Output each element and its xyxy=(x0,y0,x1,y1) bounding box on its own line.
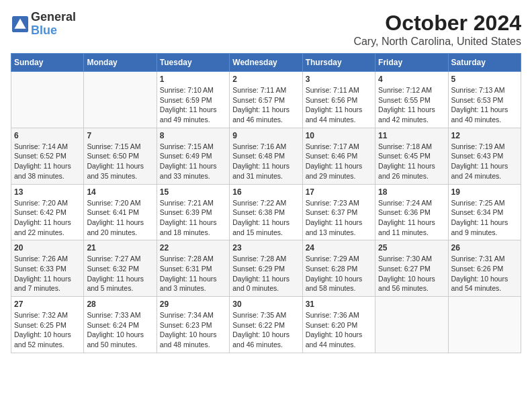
calendar-table: Sunday Monday Tuesday Wednesday Thursday… xyxy=(11,53,521,353)
header-row: Sunday Monday Tuesday Wednesday Thursday… xyxy=(11,54,521,72)
col-tuesday: Tuesday xyxy=(157,54,229,72)
day-info: Sunrise: 7:28 AMSunset: 6:29 PMDaylight:… xyxy=(232,254,299,293)
day-info: Sunrise: 7:20 AMSunset: 6:41 PMDaylight:… xyxy=(87,198,153,238)
day-number: 20 xyxy=(14,243,81,253)
calendar-cell: 16Sunrise: 7:22 AMSunset: 6:38 PMDayligh… xyxy=(230,184,302,240)
col-wednesday: Wednesday xyxy=(230,54,302,72)
calendar-cell: 1Sunrise: 7:10 AMSunset: 6:59 PMDaylight… xyxy=(157,72,229,128)
calendar-week-2: 6Sunrise: 7:14 AMSunset: 6:52 PMDaylight… xyxy=(11,128,521,184)
calendar-cell: 11Sunrise: 7:18 AMSunset: 6:45 PMDayligh… xyxy=(375,128,448,184)
day-number: 4 xyxy=(378,75,445,84)
col-thursday: Thursday xyxy=(302,54,375,72)
day-info: Sunrise: 7:12 AMSunset: 6:55 PMDaylight:… xyxy=(378,85,445,125)
calendar-cell: 24Sunrise: 7:29 AMSunset: 6:28 PMDayligh… xyxy=(302,240,375,297)
day-info: Sunrise: 7:15 AMSunset: 6:49 PMDaylight:… xyxy=(160,142,226,181)
day-info: Sunrise: 7:13 AMSunset: 6:53 PMDaylight:… xyxy=(451,85,518,125)
day-number: 5 xyxy=(451,75,518,84)
day-number: 8 xyxy=(160,131,226,140)
day-info: Sunrise: 7:32 AMSunset: 6:25 PMDaylight:… xyxy=(14,310,81,350)
col-saturday: Saturday xyxy=(448,54,521,72)
calendar-cell: 20Sunrise: 7:26 AMSunset: 6:33 PMDayligh… xyxy=(11,240,84,297)
day-number: 17 xyxy=(306,187,372,197)
day-info: Sunrise: 7:26 AMSunset: 6:33 PMDaylight:… xyxy=(14,254,81,293)
day-number: 3 xyxy=(306,75,372,84)
calendar-cell: 14Sunrise: 7:20 AMSunset: 6:41 PMDayligh… xyxy=(84,184,157,240)
day-number: 2 xyxy=(232,75,299,84)
day-info: Sunrise: 7:29 AMSunset: 6:28 PMDaylight:… xyxy=(306,254,372,293)
calendar-cell: 13Sunrise: 7:20 AMSunset: 6:42 PMDayligh… xyxy=(11,184,84,240)
day-number: 14 xyxy=(87,187,153,197)
calendar-cell: 2Sunrise: 7:11 AMSunset: 6:57 PMDaylight… xyxy=(230,72,302,128)
day-info: Sunrise: 7:16 AMSunset: 6:48 PMDaylight:… xyxy=(232,142,299,181)
calendar-cell xyxy=(448,297,521,353)
calendar-cell: 15Sunrise: 7:21 AMSunset: 6:39 PMDayligh… xyxy=(157,184,229,240)
calendar-week-5: 27Sunrise: 7:32 AMSunset: 6:25 PMDayligh… xyxy=(11,297,521,353)
day-number: 18 xyxy=(378,187,445,197)
calendar-cell: 5Sunrise: 7:13 AMSunset: 6:53 PMDaylight… xyxy=(448,72,521,128)
day-info: Sunrise: 7:15 AMSunset: 6:50 PMDaylight:… xyxy=(87,142,153,181)
page-title: October 2024 xyxy=(353,11,521,36)
day-info: Sunrise: 7:34 AMSunset: 6:23 PMDaylight:… xyxy=(160,310,226,350)
title-block: October 2024 Cary, North Carolina, Unite… xyxy=(353,11,521,48)
day-info: Sunrise: 7:35 AMSunset: 6:22 PMDaylight:… xyxy=(232,310,299,350)
day-number: 10 xyxy=(306,131,372,140)
day-info: Sunrise: 7:25 AMSunset: 6:34 PMDaylight:… xyxy=(451,198,518,238)
calendar-cell: 23Sunrise: 7:28 AMSunset: 6:29 PMDayligh… xyxy=(230,240,302,297)
day-info: Sunrise: 7:28 AMSunset: 6:31 PMDaylight:… xyxy=(160,254,226,293)
day-number: 19 xyxy=(451,187,518,197)
calendar-cell: 29Sunrise: 7:34 AMSunset: 6:23 PMDayligh… xyxy=(157,297,229,353)
day-info: Sunrise: 7:30 AMSunset: 6:27 PMDaylight:… xyxy=(378,254,445,293)
calendar-body: 1Sunrise: 7:10 AMSunset: 6:59 PMDaylight… xyxy=(11,72,521,353)
calendar-cell: 6Sunrise: 7:14 AMSunset: 6:52 PMDaylight… xyxy=(11,128,84,184)
day-info: Sunrise: 7:27 AMSunset: 6:32 PMDaylight:… xyxy=(87,254,153,293)
day-number: 30 xyxy=(232,300,299,309)
calendar-cell: 21Sunrise: 7:27 AMSunset: 6:32 PMDayligh… xyxy=(84,240,157,297)
day-number: 12 xyxy=(451,131,518,140)
calendar-cell: 22Sunrise: 7:28 AMSunset: 6:31 PMDayligh… xyxy=(157,240,229,297)
calendar-week-4: 20Sunrise: 7:26 AMSunset: 6:33 PMDayligh… xyxy=(11,240,521,297)
day-number: 25 xyxy=(378,243,445,253)
day-number: 16 xyxy=(232,187,299,197)
day-info: Sunrise: 7:19 AMSunset: 6:43 PMDaylight:… xyxy=(451,142,518,181)
col-monday: Monday xyxy=(84,54,157,72)
logo-line1: General xyxy=(31,11,76,24)
day-number: 21 xyxy=(87,243,153,253)
logo: General Blue xyxy=(11,11,76,38)
calendar-cell: 8Sunrise: 7:15 AMSunset: 6:49 PMDaylight… xyxy=(157,128,229,184)
calendar-cell: 25Sunrise: 7:30 AMSunset: 6:27 PMDayligh… xyxy=(375,240,448,297)
day-info: Sunrise: 7:17 AMSunset: 6:46 PMDaylight:… xyxy=(306,142,372,181)
calendar-cell: 28Sunrise: 7:33 AMSunset: 6:24 PMDayligh… xyxy=(84,297,157,353)
logo-text: General Blue xyxy=(31,11,76,38)
day-info: Sunrise: 7:22 AMSunset: 6:38 PMDaylight:… xyxy=(232,198,299,238)
day-info: Sunrise: 7:14 AMSunset: 6:52 PMDaylight:… xyxy=(14,142,81,181)
calendar-cell xyxy=(11,72,84,128)
calendar-cell: 17Sunrise: 7:23 AMSunset: 6:37 PMDayligh… xyxy=(302,184,375,240)
day-number: 23 xyxy=(232,243,299,253)
day-number: 1 xyxy=(160,75,226,84)
day-number: 22 xyxy=(160,243,226,253)
day-info: Sunrise: 7:20 AMSunset: 6:42 PMDaylight:… xyxy=(14,198,81,238)
day-info: Sunrise: 7:21 AMSunset: 6:39 PMDaylight:… xyxy=(160,198,226,238)
page-header: General Blue October 2024 Cary, North Ca… xyxy=(11,11,521,48)
calendar-header: Sunday Monday Tuesday Wednesday Thursday… xyxy=(11,54,521,72)
calendar-cell: 18Sunrise: 7:24 AMSunset: 6:36 PMDayligh… xyxy=(375,184,448,240)
calendar-cell: 19Sunrise: 7:25 AMSunset: 6:34 PMDayligh… xyxy=(448,184,521,240)
day-info: Sunrise: 7:18 AMSunset: 6:45 PMDaylight:… xyxy=(378,142,445,181)
calendar-cell: 12Sunrise: 7:19 AMSunset: 6:43 PMDayligh… xyxy=(448,128,521,184)
day-info: Sunrise: 7:23 AMSunset: 6:37 PMDaylight:… xyxy=(306,198,372,238)
day-number: 9 xyxy=(232,131,299,140)
calendar-cell: 30Sunrise: 7:35 AMSunset: 6:22 PMDayligh… xyxy=(230,297,302,353)
day-number: 6 xyxy=(14,131,81,140)
day-info: Sunrise: 7:31 AMSunset: 6:26 PMDaylight:… xyxy=(451,254,518,293)
day-number: 11 xyxy=(378,131,445,140)
day-number: 7 xyxy=(87,131,153,140)
day-info: Sunrise: 7:36 AMSunset: 6:20 PMDaylight:… xyxy=(306,310,372,350)
day-info: Sunrise: 7:24 AMSunset: 6:36 PMDaylight:… xyxy=(378,198,445,238)
day-number: 29 xyxy=(160,300,226,309)
col-sunday: Sunday xyxy=(11,54,84,72)
calendar-cell: 9Sunrise: 7:16 AMSunset: 6:48 PMDaylight… xyxy=(230,128,302,184)
calendar-cell: 26Sunrise: 7:31 AMSunset: 6:26 PMDayligh… xyxy=(448,240,521,297)
day-number: 28 xyxy=(87,300,153,309)
calendar-week-3: 13Sunrise: 7:20 AMSunset: 6:42 PMDayligh… xyxy=(11,184,521,240)
calendar-cell: 7Sunrise: 7:15 AMSunset: 6:50 PMDaylight… xyxy=(84,128,157,184)
